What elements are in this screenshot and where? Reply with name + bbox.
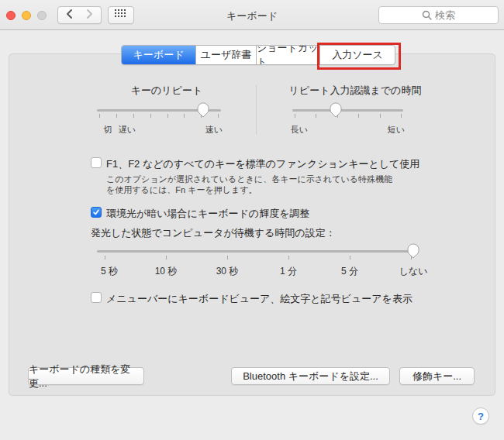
- key-repeat-title: キーのリピート: [97, 84, 236, 98]
- tab-shortcuts[interactable]: ショートカット: [257, 46, 320, 64]
- fn-keys-description-line1: このオプションが選択されているときに、各キーに示されている特殊機能: [106, 174, 392, 185]
- idle-slider-title: 発光した状態でコンピュータが待機する時間の設定：: [91, 226, 336, 240]
- help-button[interactable]: ?: [472, 407, 489, 425]
- backlight-brightness-checkbox[interactable]: [91, 207, 102, 218]
- tick: [218, 114, 219, 118]
- idle-tick-label-5m: 5 分: [326, 265, 373, 278]
- keyboard-viewer-checkbox[interactable]: [91, 292, 102, 303]
- key-repeat-off-label: 切: [100, 124, 116, 136]
- fn-keys-checkbox[interactable]: [91, 157, 102, 168]
- idle-tick-label-10s: 10 秒: [143, 265, 189, 278]
- tick: [380, 114, 381, 118]
- idle-tick-label-1m: 1 分: [265, 265, 312, 278]
- key-repeat-fast-label: 速い: [202, 124, 226, 136]
- search-icon: [422, 10, 432, 20]
- change-keyboard-type-button[interactable]: キーボードの種類を変更...: [28, 367, 144, 385]
- search-input[interactable]: 検索: [378, 6, 499, 24]
- tick: [116, 114, 117, 118]
- tick: [133, 114, 134, 118]
- fn-keys-label: F1、F2 などのすべてのキーを標準のファンクションキーとして使用: [106, 157, 419, 171]
- window-toolbar: キーボード 検索: [0, 0, 504, 30]
- search-placeholder: 検索: [435, 9, 455, 22]
- tick: [316, 114, 316, 118]
- tick: [358, 114, 359, 118]
- tick: [227, 256, 228, 260]
- tick: [184, 114, 185, 118]
- tick: [288, 256, 289, 260]
- tick: [99, 114, 100, 118]
- modifier-keys-button[interactable]: 修飾キー...: [399, 367, 475, 385]
- delay-slider-thumb[interactable]: [330, 102, 342, 118]
- tab-input-sources[interactable]: 入力ソース: [320, 46, 395, 64]
- idle-slider-thumb[interactable]: [407, 243, 419, 259]
- question-mark-icon: ?: [478, 411, 484, 422]
- slider-section-divider: [256, 85, 257, 135]
- tick: [150, 114, 151, 118]
- key-repeat-slider-thumb[interactable]: [197, 102, 209, 118]
- tick: [167, 114, 168, 118]
- tab-user-dictionary[interactable]: ユーザ辞書: [196, 46, 257, 64]
- tick: [166, 256, 167, 260]
- fn-keys-description-line2: を使用するには、Fn キーを押します。: [106, 184, 257, 196]
- backlight-brightness-label: 環境光が暗い場合にキーボードの輝度を調整: [106, 207, 309, 221]
- idle-tick-label-never: しない: [390, 265, 437, 278]
- idle-slider-track[interactable]: [97, 250, 419, 253]
- tick: [350, 256, 350, 260]
- tick: [105, 256, 105, 260]
- tab-bar: キーボード ユーザ辞書 ショートカット 入力ソース: [121, 45, 395, 65]
- idle-tick-label-30s: 30 秒: [204, 265, 250, 278]
- tick: [401, 114, 402, 118]
- delay-short-label: 短い: [385, 124, 408, 136]
- setup-bluetooth-keyboard-button[interactable]: Bluetooth キーボードを設定...: [231, 367, 390, 385]
- key-repeat-slow-label: 遅い: [116, 124, 139, 136]
- tick: [295, 114, 295, 118]
- delay-long-label: 長い: [288, 124, 311, 136]
- idle-tick-label-5s: 5 秒: [86, 265, 133, 278]
- keyboard-pane: [9, 53, 495, 396]
- tab-keyboard[interactable]: キーボード: [122, 46, 196, 64]
- delay-title: リピート入力認識までの時間: [278, 84, 433, 98]
- checkmark-icon: [92, 208, 100, 216]
- delay-slider-track[interactable]: [292, 109, 403, 112]
- keyboard-viewer-label: メニューバーにキーボードビューア、絵文字と記号ビューアを表示: [106, 292, 413, 306]
